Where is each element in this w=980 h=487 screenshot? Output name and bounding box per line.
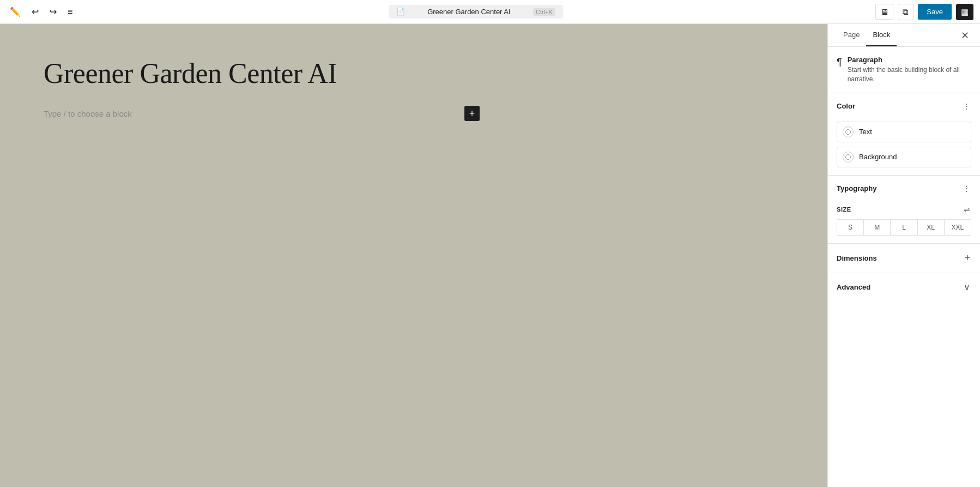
desktop-icon: 🖥 xyxy=(880,7,888,16)
background-color-inner xyxy=(845,154,851,160)
typography-three-dots-icon: ⋮ xyxy=(963,184,970,193)
block-placeholder: Type / to choose a block + xyxy=(44,106,480,121)
size-options-row: S M L XL XXL xyxy=(837,219,971,236)
advanced-header[interactable]: Advanced ∨ xyxy=(828,273,980,301)
dimensions-label: Dimensions xyxy=(837,254,877,262)
size-label: SIZE xyxy=(837,206,851,213)
tab-page[interactable]: Page xyxy=(837,24,866,46)
toolbar-center: 📄 Greener Garden Center AI Ctrl+K xyxy=(389,5,563,19)
color-section-header[interactable]: Color ⋮ xyxy=(828,93,980,119)
block-info-panel: ¶ Paragraph Start with the basic buildin… xyxy=(828,47,980,93)
dimensions-add-button[interactable]: + xyxy=(963,251,971,265)
block-description: Start with the basic building block of a… xyxy=(848,65,971,84)
color-section: Color ⋮ Text Background xyxy=(828,93,980,176)
advanced-section: Advanced ∨ xyxy=(828,273,980,301)
redo-icon: ↪ xyxy=(50,7,57,17)
right-sidebar: Page Block ✕ ¶ Paragraph Start with the … xyxy=(827,24,980,487)
block-name-label: Paragraph xyxy=(848,56,971,64)
toolbar-left: ✏️ ↩ ↪ ≡ xyxy=(7,4,76,19)
tab-block[interactable]: Block xyxy=(866,24,897,46)
pencil-icon: ✏️ xyxy=(10,7,21,17)
size-m-button[interactable]: M xyxy=(864,220,891,235)
sliders-icon: ⇌ xyxy=(964,205,970,214)
command-search-button[interactable]: 📄 Greener Garden Center AI Ctrl+K xyxy=(389,5,563,19)
add-block-button[interactable]: + xyxy=(464,106,480,121)
size-adjust-button[interactable]: ⇌ xyxy=(963,204,971,215)
size-s-button[interactable]: S xyxy=(837,220,864,235)
advanced-chevron-button[interactable]: ∨ xyxy=(963,281,971,293)
typography-section-header[interactable]: Typography ⋮ xyxy=(828,176,980,202)
save-button[interactable]: Save xyxy=(918,4,952,20)
edit-tool-button[interactable]: ✏️ xyxy=(7,4,24,19)
text-color-circle xyxy=(843,127,854,137)
external-preview-button[interactable]: ⧉ xyxy=(898,4,914,20)
close-sidebar-button[interactable]: ✕ xyxy=(959,25,971,46)
color-options-list: Text Background xyxy=(828,119,980,175)
desktop-view-button[interactable]: 🖥 xyxy=(875,4,893,20)
text-color-label: Text xyxy=(859,128,872,136)
dimensions-plus-icon: + xyxy=(964,252,970,263)
list-icon: ≡ xyxy=(68,7,72,17)
size-l-button[interactable]: L xyxy=(891,220,917,235)
three-dots-icon: ⋮ xyxy=(963,102,970,111)
typography-options-menu-button[interactable]: ⋮ xyxy=(961,183,971,194)
plus-icon: + xyxy=(469,109,475,118)
shortcut-badge: Ctrl+K xyxy=(533,8,555,16)
size-xxl-button[interactable]: XXL xyxy=(945,220,971,235)
external-link-icon: ⧉ xyxy=(903,7,909,17)
sidebar-toggle-button[interactable]: ▦ xyxy=(956,4,973,20)
color-section-label: Color xyxy=(837,102,855,110)
dimensions-header[interactable]: Dimensions + xyxy=(828,244,980,273)
color-options-menu-button[interactable]: ⋮ xyxy=(961,101,971,112)
text-color-option[interactable]: Text xyxy=(837,122,971,142)
panel-icon: ▦ xyxy=(961,7,969,17)
background-color-label: Background xyxy=(859,153,897,161)
page-heading: Greener Garden Center AI xyxy=(44,57,337,91)
undo-icon: ↩ xyxy=(32,7,39,17)
text-color-inner xyxy=(845,129,851,135)
background-color-circle xyxy=(843,152,854,163)
dimensions-section: Dimensions + xyxy=(828,244,980,273)
chevron-down-icon: ∨ xyxy=(964,282,970,292)
typography-section: Typography ⋮ SIZE ⇌ S M xyxy=(828,176,980,244)
main-area: Greener Garden Center AI Type / to choos… xyxy=(0,24,980,487)
placeholder-label: Type / to choose a block xyxy=(44,109,456,118)
paragraph-block-icon: ¶ xyxy=(837,57,842,68)
size-controls: SIZE ⇌ S M L XL xyxy=(828,202,980,243)
toolbar-right: 🖥 ⧉ Save ▦ xyxy=(875,4,973,20)
toolbar: ✏️ ↩ ↪ ≡ 📄 Greener Garden Center AI Ctrl… xyxy=(0,0,980,24)
background-color-option[interactable]: Background xyxy=(837,147,971,167)
size-label-row: SIZE ⇌ xyxy=(837,204,971,215)
search-bar-label: Greener Garden Center AI xyxy=(409,8,529,16)
list-view-button[interactable]: ≡ xyxy=(64,5,76,19)
canvas[interactable]: Greener Garden Center AI Type / to choos… xyxy=(0,24,827,487)
undo-button[interactable]: ↩ xyxy=(28,4,42,19)
sidebar-tab-bar: Page Block ✕ xyxy=(828,24,980,47)
block-metadata: Paragraph Start with the basic building … xyxy=(848,56,971,84)
redo-button[interactable]: ↪ xyxy=(46,4,60,19)
document-icon: 📄 xyxy=(396,8,405,16)
advanced-label: Advanced xyxy=(837,283,870,291)
typography-section-label: Typography xyxy=(837,184,876,193)
size-xl-button[interactable]: XL xyxy=(918,220,945,235)
